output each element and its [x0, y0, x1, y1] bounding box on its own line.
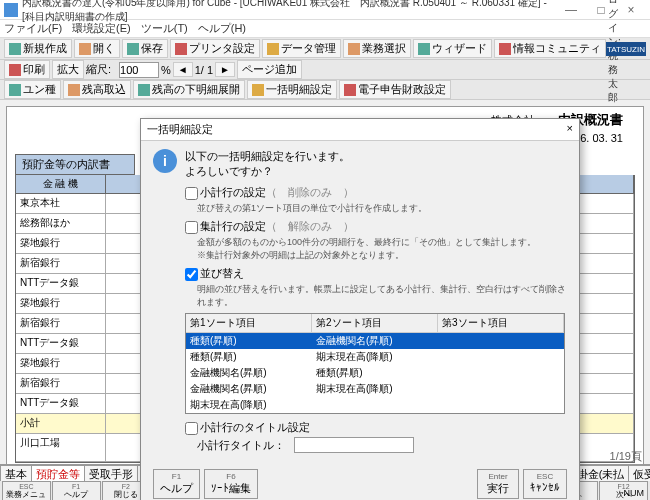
save-button[interactable]: 保存: [122, 39, 168, 58]
scale-label: 縮尺:: [86, 62, 111, 77]
print-button[interactable]: 印刷: [4, 60, 50, 79]
sort-list-row[interactable]: 金融機関名(昇順)期末現在高(降順): [186, 381, 564, 397]
num-lock: NUM: [624, 488, 645, 498]
sort-list: 第1ソート項目 第2ソート項目 第3ソート項目 種類(昇順)金融機関名(昇順)種…: [185, 313, 565, 414]
sort-checkbox[interactable]: [185, 268, 198, 281]
execute-button[interactable]: Enter実行: [477, 469, 519, 499]
info-icon: i: [153, 149, 177, 173]
subtotal-label: 小計: [16, 414, 106, 433]
add-page-button[interactable]: ページ追加: [237, 60, 302, 79]
fkey-ESC[interactable]: ESC業務メニュー: [2, 481, 51, 500]
subtotal-note: 並び替えの第1ソート項目の単位で小計行を作成します。: [197, 202, 567, 215]
sort-list-row[interactable]: 種類(昇順)期末現在高(降順): [186, 349, 564, 365]
subtotal-check-row[interactable]: 小計行の設定（ 削除のみ ）: [185, 185, 567, 200]
job-select-button[interactable]: 業務選択: [343, 39, 411, 58]
menu-help[interactable]: ヘルプ(H): [198, 21, 246, 36]
page-status: 1/19頁: [610, 449, 642, 464]
tb3-b[interactable]: 残高取込: [63, 80, 131, 99]
dialog-msg2: よろしいですか？: [185, 164, 350, 179]
next-page-button[interactable]: ►: [215, 62, 235, 77]
dialog-title-text: 一括明細設定: [147, 122, 213, 137]
aggregate-checkbox[interactable]: [185, 221, 198, 234]
tab-0[interactable]: 基本: [0, 465, 32, 481]
open-button[interactable]: 開く: [74, 39, 120, 58]
aggregate-note-a: 金額が多額のものから100件分の明細行を、最終行に「その他」として集計します。: [197, 236, 567, 249]
data-mgmt-button[interactable]: データ管理: [262, 39, 341, 58]
toolbar-2: 印刷 拡大 縮尺: % ◄ 1/ 1 ► ページ追加: [0, 60, 650, 80]
toolbar-3: ユン種 残高取込 残高の下明細展開 一括明細設定 電子申告財政設定: [0, 80, 650, 100]
subtotal-checkbox[interactable]: [185, 187, 198, 200]
title-input[interactable]: [294, 437, 414, 453]
tb3-a[interactable]: ユン種: [4, 80, 61, 99]
scale-input[interactable]: [119, 62, 159, 78]
new-button[interactable]: 新規作成: [4, 39, 72, 58]
dialog-msg1: 以下の一括明細設定を行います。: [185, 149, 350, 164]
menu-tool[interactable]: ツール(T): [141, 21, 188, 36]
titlebar: 内訳概況書の達人(令和05年度以降用) for Cube - [UCHIWAKE…: [0, 0, 650, 20]
sort-check-row[interactable]: 並び替え: [185, 266, 567, 281]
dialog-buttons: F1ヘルプ F6ｿｰﾄ編集 Enter実行 ESCｷｬﾝｾﾙ: [141, 465, 579, 500]
sort-list-header: 第1ソート項目 第2ソート項目 第3ソート項目: [186, 314, 564, 333]
cancel-button[interactable]: ESCｷｬﾝｾﾙ: [523, 469, 567, 499]
title-label: 小計行タイトル：: [197, 439, 285, 451]
help-button[interactable]: F1ヘルプ: [153, 469, 200, 499]
fkey-F1[interactable]: F1ヘルプ: [52, 481, 101, 500]
sort-edit-button[interactable]: F6ｿｰﾄ編集: [204, 469, 258, 499]
dialog-body: i 以下の一括明細設定を行います。 よろしいですか？ 小計行の設定（ 削除のみ …: [141, 141, 579, 465]
menu-file[interactable]: ファイル(F): [4, 21, 62, 36]
scale-pct: %: [161, 64, 171, 76]
dialog-close-button[interactable]: ×: [567, 122, 573, 137]
bulk-detail-dialog: 一括明細設定 × i 以下の一括明細設定を行います。 よろしいですか？ 小計行の…: [140, 118, 580, 500]
wizard-button[interactable]: ウィザード: [413, 39, 492, 58]
brand-logo: TATSUZIN: [606, 42, 646, 56]
tb3-c[interactable]: 残高の下明細展開: [133, 80, 245, 99]
section-title: 預貯金等の内訳書: [15, 154, 135, 175]
toolbar-1: 新規作成 開く 保存 プリンタ設定 データ管理 業務選択 ウィザード 情報コミュ…: [0, 38, 650, 60]
sort-list-row[interactable]: 期末現在高(降順): [186, 397, 564, 413]
menu-env[interactable]: 環境設定(E): [72, 21, 131, 36]
info-button[interactable]: 情報コミュニティ: [494, 39, 606, 58]
app-icon: [4, 3, 18, 17]
page-indicator: 1/ 1: [195, 64, 213, 76]
title-check-row[interactable]: 小計行のタイトル設定: [185, 420, 567, 435]
title-checkbox[interactable]: [185, 422, 198, 435]
aggregate-check-row[interactable]: 集計行の設定（ 解除のみ ）: [185, 219, 567, 234]
tab-2[interactable]: 受取手形: [84, 465, 138, 481]
dialog-titlebar: 一括明細設定 ×: [141, 119, 579, 141]
sort-note: 明細の並び替えを行います。帳票上に設定してある小計行、集計行、空白行はすべて削除…: [197, 283, 567, 309]
window-title: 内訳概況書の達人(令和05年度以降用) for Cube - [UCHIWAKE…: [22, 0, 556, 24]
aggregate-note-b: ※集計行対象外の明細は上記の対象外となります。: [197, 249, 567, 262]
prev-page-button[interactable]: ◄: [173, 62, 193, 77]
sort-list-row[interactable]: 種類(昇順)金融機関名(昇順): [186, 333, 564, 349]
tab-10[interactable]: 仮受金(前受金)/源泉所得税預り: [628, 465, 650, 481]
print-setup-button[interactable]: プリンタ設定: [170, 39, 260, 58]
minimize-button[interactable]: —: [556, 1, 586, 19]
tb3-d[interactable]: 一括明細設定: [247, 80, 337, 99]
sort-list-row[interactable]: 金融機関名(昇順)種類(昇順): [186, 365, 564, 381]
tab-1[interactable]: 預貯金等: [31, 465, 85, 481]
tb3-e[interactable]: 電子申告財政設定: [339, 80, 451, 99]
zoom-button[interactable]: 拡大: [52, 60, 84, 79]
col-1: 金 融 機: [16, 175, 106, 193]
